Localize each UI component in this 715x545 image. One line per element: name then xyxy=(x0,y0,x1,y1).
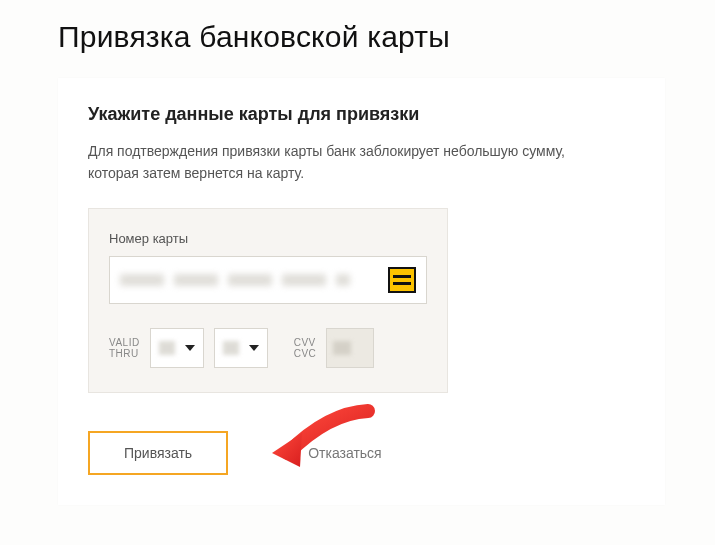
card-number-value-masked xyxy=(120,273,380,287)
card-number-input[interactable] xyxy=(109,256,427,304)
panel-description: Для подтверждения привязки карты банк за… xyxy=(88,141,598,184)
svg-marker-0 xyxy=(272,433,302,467)
card-form: Номер карты VALID THRU xyxy=(88,208,448,393)
card-bind-panel: Укажите данные карты для привязки Для по… xyxy=(58,78,665,505)
bind-button[interactable]: Привязать xyxy=(88,431,228,475)
cvv-input[interactable] xyxy=(326,328,374,368)
cvv-value-masked xyxy=(333,341,351,355)
cvv-l1: CVV xyxy=(294,337,317,348)
valid-thru-l1: VALID xyxy=(109,337,140,348)
cvv-label: CVV CVC xyxy=(294,328,317,368)
expiry-month-select[interactable] xyxy=(150,328,204,368)
valid-thru-label: VALID THRU xyxy=(109,328,140,368)
panel-title: Укажите данные карты для привязки xyxy=(88,104,635,125)
cancel-link[interactable]: Отказаться xyxy=(308,445,382,461)
chevron-down-icon xyxy=(249,345,259,351)
expiry-year-select[interactable] xyxy=(214,328,268,368)
cvv-l2: CVC xyxy=(294,348,317,359)
card-chip-icon xyxy=(388,267,416,293)
valid-thru-l2: THRU xyxy=(109,348,140,359)
expiry-year-value-masked xyxy=(223,341,239,355)
card-number-label: Номер карты xyxy=(109,231,427,246)
expiry-month-value-masked xyxy=(159,341,175,355)
page-title: Привязка банковской карты xyxy=(58,20,665,54)
chevron-down-icon xyxy=(185,345,195,351)
